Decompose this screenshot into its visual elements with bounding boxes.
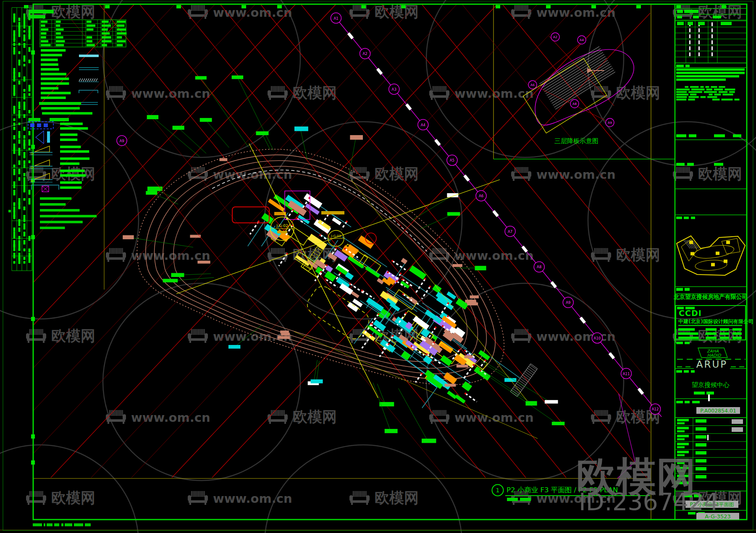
svg-text:J-G-02: J-G-02 (276, 224, 288, 228)
svg-text:欧模网: 欧模网 (616, 246, 660, 263)
axis-bubble: A10 (592, 333, 602, 343)
svg-text:A1: A1 (333, 16, 338, 21)
svg-text:www.om.cn: www.om.cn (536, 167, 616, 182)
border-tick (242, 5, 246, 8)
room-tag (219, 158, 227, 161)
legend-shaft-symbol (47, 131, 50, 143)
room-tag (464, 355, 472, 358)
footer-bar (65, 523, 72, 526)
svg-text:欧模网: 欧模网 (51, 327, 95, 344)
border-tick (277, 5, 282, 8)
room-tag (452, 264, 462, 267)
axis-bubble-side: A9 (117, 136, 127, 146)
room-tag (465, 300, 476, 303)
svg-text:A2: A2 (553, 35, 557, 39)
border-tick (496, 5, 500, 8)
svg-text:A4: A4 (421, 123, 425, 127)
footer-bar (54, 523, 59, 526)
room-tag (470, 295, 479, 298)
svg-text:A2: A2 (362, 52, 367, 56)
svg-text:www.om.cn: www.om.cn (454, 410, 534, 425)
footer-bar (74, 523, 83, 526)
cad-sheet-screenshot: 欧模网www.om.cn欧模网www.om.cn欧模网www.om.cn欧模网w… (0, 0, 756, 533)
svg-text:A10: A10 (594, 336, 601, 340)
svg-text:www.om.cn: www.om.cn (131, 248, 210, 263)
room-tag (190, 235, 201, 238)
inset-axis-bubble: A8 (570, 99, 579, 108)
axis-bubble: A8 (534, 261, 544, 272)
svg-text:A6: A6 (530, 83, 535, 87)
border-tick (546, 5, 551, 8)
border-tick (176, 5, 181, 8)
svg-text:A8: A8 (572, 102, 577, 106)
svg-text:www.om.cn: www.om.cn (454, 86, 534, 101)
axis-bubble: A12 (650, 404, 661, 414)
room-tag (278, 336, 290, 339)
svg-text:A11: A11 (623, 372, 630, 376)
svg-text:欧模网: 欧模网 (51, 165, 95, 182)
svg-text:欧模网: 欧模网 (51, 3, 95, 20)
svg-text:www.om.cn: www.om.cn (454, 248, 534, 263)
footer-bar (85, 523, 91, 526)
svg-text:欧模网: 欧模网 (375, 3, 419, 20)
project-no: P.A002854.01 (700, 408, 736, 414)
axis-bubble: A9 (563, 297, 573, 308)
axis-bubble: A4 (418, 120, 428, 130)
svg-text:欧模网: 欧模网 (698, 165, 742, 182)
inset-axis-bubble: A9 (606, 118, 614, 127)
svg-text:A3: A3 (392, 87, 396, 91)
svg-text:欧模网: 欧模网 (51, 489, 95, 506)
room-tag (197, 261, 210, 264)
drawing-canvas: 欧模网www.om.cn欧模网www.om.cn欧模网www.om.cn欧模网w… (0, 0, 756, 533)
svg-text:A6: A6 (479, 194, 483, 198)
room-tag (457, 365, 468, 368)
svg-text:欧模网: 欧模网 (293, 84, 337, 101)
axis-bubble: A3 (389, 84, 399, 94)
axis-bubble: A11 (621, 368, 632, 379)
svg-text:A9: A9 (119, 139, 124, 143)
border-tick (676, 5, 681, 8)
border-tick (361, 5, 366, 8)
inset-axis-bubble: A4 (578, 36, 586, 44)
border-tick (401, 5, 406, 8)
svg-text:A9: A9 (608, 121, 612, 125)
svg-text:www.om.cn: www.om.cn (213, 491, 292, 506)
border-tick (105, 5, 110, 8)
svg-text:A5: A5 (450, 158, 454, 162)
svg-text:HADID: HADID (707, 353, 722, 358)
footer-bar (33, 523, 42, 526)
axis-bubble: A1 (331, 13, 341, 24)
svg-text:欧模网: 欧模网 (375, 489, 419, 506)
inset-axis-bubble: A2 (551, 33, 559, 41)
axis-bubble: A7 (505, 226, 515, 237)
axis-bubble: A6 (476, 191, 486, 201)
svg-text:www.om.cn: www.om.cn (131, 86, 210, 101)
client-name: 北京望京搜候房地产有限公司 (673, 293, 748, 300)
border-tick (591, 5, 596, 8)
room-tag (445, 384, 456, 387)
footer-bar (44, 523, 45, 526)
svg-text:欧模网: 欧模网 (375, 165, 419, 182)
svg-text:A8: A8 (537, 265, 541, 269)
footer-bar (61, 523, 63, 526)
designer-name: 中建(北京)国际设计顾问有限公司 (678, 319, 753, 324)
svg-text:欧模网: 欧模网 (616, 84, 660, 101)
border-tick (722, 5, 726, 8)
svg-text:A7: A7 (508, 230, 512, 234)
axis-bubble: A5 (447, 155, 457, 165)
svg-text:www.om.cn: www.om.cn (213, 167, 292, 182)
border-tick (24, 5, 29, 8)
arup-logo: ARUP (696, 359, 727, 370)
inset-axis-bubble: A6 (528, 81, 537, 89)
big-watermark-id: ID:2367424 (579, 488, 719, 516)
svg-text:A9: A9 (566, 300, 570, 305)
inset-caption: 三层降板示意图 (554, 137, 598, 145)
room-tag (281, 333, 290, 336)
border-tick (636, 5, 641, 8)
footer-bar (47, 523, 52, 526)
footer-note-bars (33, 523, 91, 526)
svg-text:欧模网: 欧模网 (293, 408, 337, 425)
svg-text:A12: A12 (652, 407, 659, 411)
project-name: 望京搜候中心 (692, 381, 730, 389)
svg-text:A4: A4 (580, 38, 584, 42)
